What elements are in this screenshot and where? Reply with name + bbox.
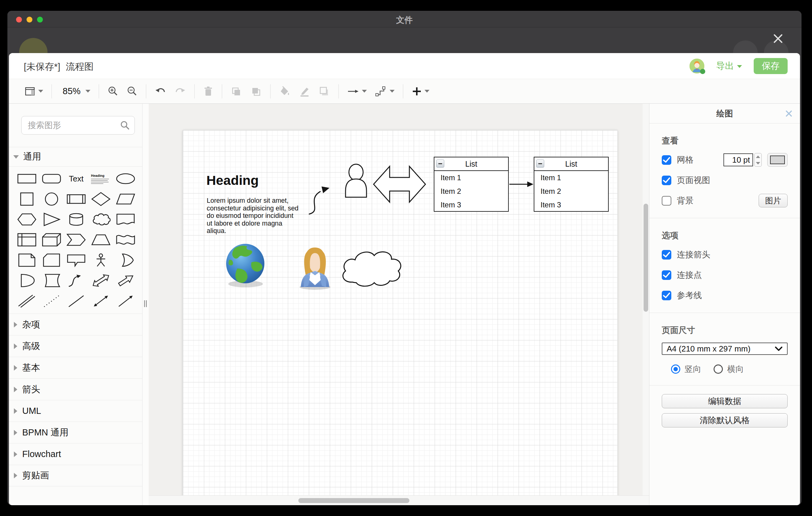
shape-document-icon[interactable] xyxy=(113,209,138,230)
list-connector[interactable] xyxy=(509,181,533,187)
shape-parallelogram-icon[interactable] xyxy=(113,189,138,209)
edit-data-button[interactable]: 编辑数据 xyxy=(662,394,788,408)
shape-dotted-line-icon[interactable] xyxy=(39,291,64,311)
collapse-icon[interactable] xyxy=(536,160,544,168)
section-basic[interactable]: 基本 xyxy=(9,357,142,378)
page-view-button[interactable] xyxy=(20,86,47,97)
curve-connector[interactable] xyxy=(309,187,329,214)
portrait-radio[interactable] xyxy=(671,365,680,374)
delete-button[interactable] xyxy=(199,86,218,97)
panel-close-icon[interactable] xyxy=(785,109,793,120)
shape-or-icon[interactable] xyxy=(113,250,138,270)
collapse-icon[interactable] xyxy=(436,160,444,168)
woman-clipart[interactable] xyxy=(299,248,330,290)
page-view-checkbox[interactable] xyxy=(662,176,671,185)
horizontal-scrollbar-thumb[interactable] xyxy=(298,498,409,503)
shape-text-icon[interactable]: Text xyxy=(64,169,89,189)
section-advanced[interactable]: 高级 xyxy=(9,335,142,357)
shape-cylinder-icon[interactable] xyxy=(64,209,89,230)
diagram-canvas[interactable]: Heading Lorem ipsum dolor sit amet, cons… xyxy=(149,104,649,505)
shape-rectangle-icon[interactable] xyxy=(14,169,39,189)
grid-color-button[interactable] xyxy=(767,153,788,167)
list-shape[interactable]: List Item 1 Item 2 Item 3 xyxy=(434,157,509,212)
list-shape[interactable]: List Item 1 Item 2 Item 3 xyxy=(534,157,609,212)
shape-square-icon[interactable] xyxy=(14,189,39,209)
fill-color-button[interactable] xyxy=(275,86,295,97)
clear-default-style-button[interactable]: 清除默认风格 xyxy=(662,413,788,427)
vertical-scrollbar-thumb[interactable] xyxy=(643,204,648,312)
globe-clipart[interactable] xyxy=(226,244,264,287)
shape-trapezoid-icon[interactable] xyxy=(89,230,113,250)
cloud-shape[interactable] xyxy=(343,252,401,286)
connection-points-checkbox[interactable] xyxy=(662,270,671,280)
shape-hexagon-icon[interactable] xyxy=(14,209,39,230)
list-item[interactable]: Item 1 xyxy=(534,171,608,184)
export-button[interactable]: 导出 xyxy=(716,60,742,72)
section-misc[interactable]: 杂项 xyxy=(9,314,142,335)
shape-circle-icon[interactable] xyxy=(39,189,64,209)
shape-internal-storage-icon[interactable] xyxy=(14,230,39,250)
grid-size-input[interactable] xyxy=(723,153,753,166)
stepper-down-icon[interactable] xyxy=(755,160,761,166)
background-checkbox[interactable] xyxy=(662,196,671,205)
section-clipart[interactable]: 剪贴画 xyxy=(9,465,142,486)
shape-callout-icon[interactable] xyxy=(64,250,89,270)
shape-arrow-icon[interactable] xyxy=(113,270,138,291)
shape-curve-icon[interactable] xyxy=(64,270,89,291)
grid-size-stepper[interactable] xyxy=(754,153,762,167)
grid-checkbox[interactable] xyxy=(662,155,671,165)
shape-directional-connector-icon[interactable] xyxy=(113,291,138,311)
shape-rounded-rectangle-icon[interactable] xyxy=(39,169,64,189)
close-overlay-icon[interactable] xyxy=(772,32,784,45)
horizontal-scrollbar[interactable] xyxy=(149,495,649,505)
section-flowchart[interactable]: Flowchart xyxy=(9,443,142,465)
image-button[interactable]: 图片 xyxy=(759,194,788,207)
shape-diamond-icon[interactable] xyxy=(89,189,113,209)
shadow-button[interactable] xyxy=(314,86,334,97)
line-color-button[interactable] xyxy=(295,86,314,97)
shape-process-icon[interactable] xyxy=(64,189,89,209)
to-front-button[interactable] xyxy=(227,86,246,97)
shape-bidirectional-arrow-icon[interactable] xyxy=(89,270,113,291)
section-general[interactable]: 通用 xyxy=(9,147,142,166)
vertical-scrollbar[interactable] xyxy=(643,104,649,495)
section-uml[interactable]: UML xyxy=(9,400,142,422)
connection-button[interactable] xyxy=(343,86,371,97)
insert-button[interactable] xyxy=(408,86,433,96)
shape-tape-icon[interactable] xyxy=(113,230,138,250)
sidebar-splitter[interactable] xyxy=(143,104,149,505)
shape-step-icon[interactable] xyxy=(64,230,89,250)
list-item[interactable]: Item 2 xyxy=(534,184,608,198)
undo-button[interactable] xyxy=(150,86,170,97)
shape-ellipse-icon[interactable] xyxy=(113,169,138,189)
waypoints-button[interactable] xyxy=(371,85,399,97)
zoom-level-button[interactable]: 85% xyxy=(56,86,94,96)
guides-checkbox[interactable] xyxy=(662,291,671,300)
shape-bidirectional-connector-icon[interactable] xyxy=(89,291,113,311)
zoom-in-button[interactable] xyxy=(103,86,122,97)
connection-arrows-checkbox[interactable] xyxy=(662,250,671,260)
shape-link-icon[interactable] xyxy=(14,291,39,311)
save-button[interactable]: 保存 xyxy=(754,58,788,74)
zoom-out-button[interactable] xyxy=(122,86,142,97)
splitter-handle-icon[interactable] xyxy=(144,300,147,307)
canvas-heading-text[interactable]: Heading xyxy=(206,173,259,188)
list-item[interactable]: Item 3 xyxy=(534,198,608,212)
shape-cloud-icon[interactable] xyxy=(89,209,113,230)
section-arrows[interactable]: 箭头 xyxy=(9,378,142,400)
list-item[interactable]: Item 3 xyxy=(434,198,508,212)
redo-button[interactable] xyxy=(170,86,190,97)
to-back-button[interactable] xyxy=(246,86,266,97)
list-item[interactable]: Item 2 xyxy=(434,184,508,198)
landscape-radio[interactable] xyxy=(714,365,723,374)
avatar[interactable] xyxy=(690,59,704,74)
shape-line-icon[interactable] xyxy=(64,291,89,311)
canvas-paragraph-text[interactable]: Lorem ipsum dolor sit amet, consectetur … xyxy=(207,197,299,235)
shape-data-storage-icon[interactable] xyxy=(39,270,64,291)
shape-and-icon[interactable] xyxy=(14,270,39,291)
actor-shape[interactable] xyxy=(346,164,367,197)
list-item[interactable]: Item 1 xyxy=(434,171,508,184)
double-arrow-shape[interactable] xyxy=(374,166,426,202)
section-bpmn[interactable]: BPMN 通用 xyxy=(9,422,142,443)
shape-card-icon[interactable] xyxy=(39,250,64,270)
